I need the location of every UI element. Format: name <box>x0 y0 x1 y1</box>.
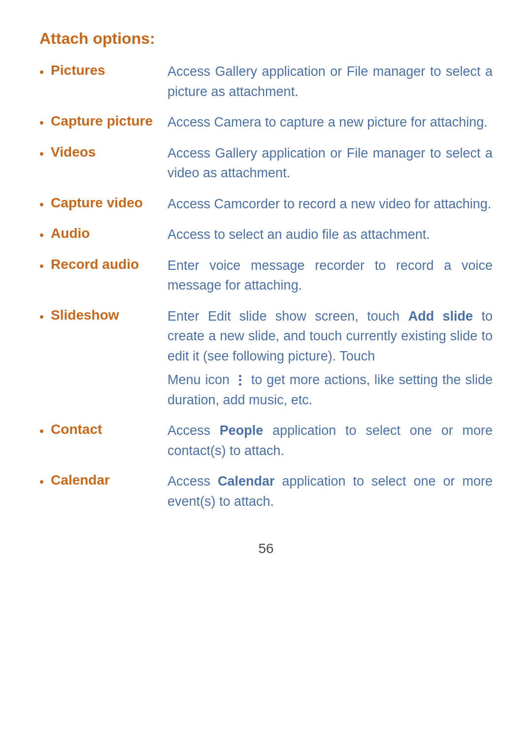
item-label-contact: Contact <box>51 422 102 437</box>
bullet-dot-videos: • <box>39 146 44 162</box>
bullet-dot-capture-video: • <box>39 197 44 212</box>
list-item-capture-video: • Capture video Access Camcorder to reco… <box>39 194 493 214</box>
bullet-col-slideshow: • Slideshow <box>39 306 167 325</box>
page-content: Attach options: • Pictures Access Galler… <box>39 30 493 557</box>
item-label-record-audio: Record audio <box>51 257 139 272</box>
bullet-dot-record-audio: • <box>39 259 44 274</box>
item-label-pictures: Pictures <box>51 63 105 78</box>
bullet-col-contact: • Contact <box>39 421 167 439</box>
calendar-bold: Calendar <box>218 474 275 489</box>
list-item-pictures: • Pictures Access Gallery application or… <box>39 62 493 101</box>
bullet-col-calendar: • Calendar <box>39 471 167 490</box>
people-bold: People <box>220 423 264 438</box>
item-desc-audio: Access to select an audio file as attach… <box>167 225 493 245</box>
bullet-dot-pictures: • <box>39 65 44 80</box>
page-number: 56 <box>39 541 493 557</box>
item-label-calendar: Calendar <box>51 472 110 488</box>
item-desc-pictures: Access Gallery application or File manag… <box>167 62 493 101</box>
item-label-slideshow: Slideshow <box>51 307 119 323</box>
list-item-capture-picture: • Capture picture Access Camera to captu… <box>39 112 493 132</box>
item-desc-slideshow: Enter Edit slide show screen, touch Add … <box>167 306 493 410</box>
item-label-capture-picture: Capture picture <box>51 113 153 129</box>
bullet-dot-audio: • <box>39 228 44 243</box>
bullet-dot-capture-picture: • <box>39 115 44 131</box>
add-slide-bold: Add slide <box>408 309 473 324</box>
bullet-col-capture-video: • Capture video <box>39 194 167 212</box>
item-desc-capture-picture: Access Camera to capture a new picture f… <box>167 112 493 132</box>
item-desc-capture-video: Access Camcorder to record a new video f… <box>167 194 493 214</box>
bullet-col-pictures: • Pictures <box>39 62 167 80</box>
section-title: Attach options: <box>39 30 493 48</box>
list-item-record-audio: • Record audio Enter voice message recor… <box>39 256 493 296</box>
bullet-dot-slideshow: • <box>39 309 44 325</box>
item-label-videos: Videos <box>51 144 96 160</box>
bullet-dot-contact: • <box>39 424 44 439</box>
item-label-audio: Audio <box>51 226 90 241</box>
bullet-col-videos: • Videos <box>39 143 167 162</box>
list-item-slideshow: • Slideshow Enter Edit slide show screen… <box>39 306 493 410</box>
item-label-capture-video: Capture video <box>51 195 143 211</box>
attach-options-list: • Pictures Access Gallery application or… <box>39 62 493 511</box>
item-desc-videos: Access Gallery application or File manag… <box>167 143 493 183</box>
item-desc-contact: Access People application to select one … <box>167 421 493 460</box>
item-desc-record-audio: Enter voice message recorder to record a… <box>167 256 493 296</box>
item-desc-calendar: Access Calendar application to select on… <box>167 471 493 511</box>
bullet-dot-calendar: • <box>39 474 44 490</box>
bullet-col-record-audio: • Record audio <box>39 256 167 274</box>
bullet-col-capture-picture: • Capture picture <box>39 112 167 131</box>
list-item-contact: • Contact Access People application to s… <box>39 421 493 460</box>
list-item-calendar: • Calendar Access Calendar application t… <box>39 471 493 511</box>
list-item-audio: • Audio Access to select an audio file a… <box>39 225 493 245</box>
list-item-videos: • Videos Access Gallery application or F… <box>39 143 493 183</box>
menu-icon <box>236 375 245 386</box>
bullet-col-audio: • Audio <box>39 225 167 243</box>
